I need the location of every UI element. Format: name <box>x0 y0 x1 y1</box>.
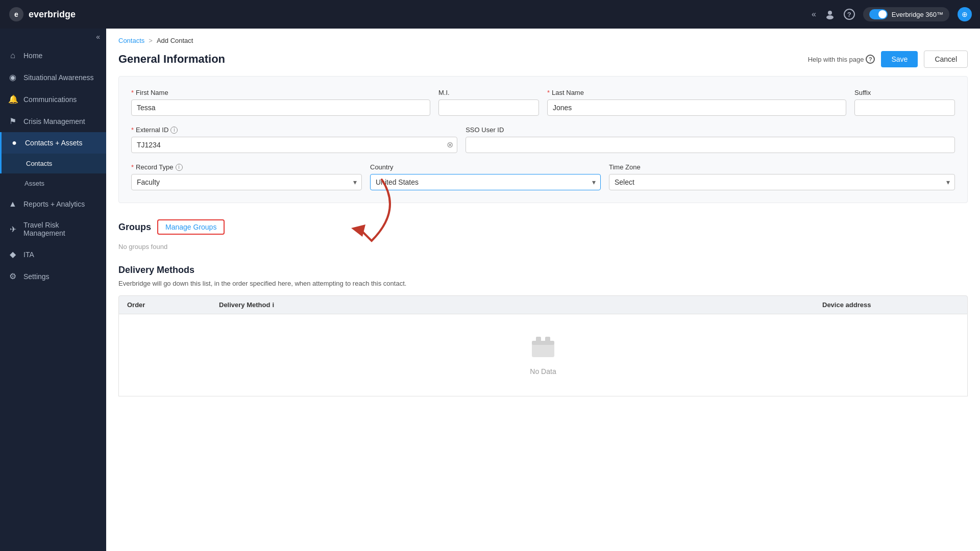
delivery-table-header: Order Delivery Method i Device address <box>118 295 968 314</box>
user-profile-icon[interactable] <box>824 9 836 20</box>
last-name-label: * Last Name <box>547 89 846 96</box>
external-id-input[interactable] <box>131 137 457 153</box>
country-select-wrapper: United States Canada United Kingdom <box>370 174 601 190</box>
sidebar-item-contacts-assets-label: Contacts + Assets <box>25 139 82 147</box>
breadcrumb-contacts-link[interactable]: Contacts <box>118 37 144 44</box>
first-name-input[interactable] <box>131 99 430 116</box>
topbar: e everbridge « ? Everbridge 360™ ⊕ <box>0 0 980 29</box>
svg-text:e: e <box>14 10 18 18</box>
external-id-clear-button[interactable]: ⊗ <box>447 141 453 149</box>
country-label: Country <box>370 163 601 171</box>
delivery-col-address: Device address <box>814 296 967 314</box>
first-name-group: * First Name <box>131 89 430 116</box>
help-link-icon: ? <box>866 55 875 64</box>
record-type-info-icon[interactable]: i <box>176 164 183 171</box>
timezone-select-wrapper: Select <box>609 174 955 190</box>
delivery-description: Everbridge will go down this list, in th… <box>118 280 968 287</box>
page-header: General Information Help with this page … <box>106 48 980 76</box>
everbridge360-toggle[interactable] <box>869 9 888 19</box>
external-id-label: * External ID i <box>131 126 457 134</box>
sidebar-item-reports-analytics[interactable]: ▲ Reports + Analytics <box>0 193 106 215</box>
record-type-group: * Record Type i Faculty Staff Student <box>131 163 362 190</box>
sidebar-item-communications[interactable]: 🔔 Communications <box>0 88 106 110</box>
record-type-select[interactable]: Faculty Staff Student <box>131 174 362 190</box>
sidebar-item-situational-awareness-label: Situational Awareness <box>23 73 94 82</box>
sidebar-item-ita-label: ITA <box>23 251 34 259</box>
content-area: Contacts > Add Contact General Informati… <box>106 29 980 551</box>
no-data-area: No Data <box>118 314 968 396</box>
sso-id-group: SSO User ID <box>465 126 955 153</box>
country-select[interactable]: United States Canada United Kingdom <box>370 174 601 190</box>
sidebar-item-contacts-assets[interactable]: ● Contacts + Assets <box>0 132 106 154</box>
sidebar-item-settings-label: Settings <box>23 272 50 281</box>
toggle-label: Everbridge 360™ <box>892 11 943 18</box>
sidebar-item-reports-analytics-label: Reports + Analytics <box>23 200 85 208</box>
external-id-info-icon[interactable]: i <box>170 127 178 134</box>
delivery-col-order: Order <box>119 296 211 314</box>
sidebar-item-travel-risk-label: Travel Risk Management <box>23 221 98 237</box>
timezone-group: Time Zone Select <box>609 163 955 190</box>
sidebar-item-crisis-management[interactable]: ⚑ Crisis Management <box>0 110 106 132</box>
no-data-text: No Data <box>530 367 556 375</box>
delivery-method-info-icon[interactable]: i <box>272 301 274 309</box>
sidebar-item-assets-label: Assets <box>24 180 44 187</box>
communications-icon: 🔔 <box>8 94 17 104</box>
page-header-right: Help with this page ? Save Cancel <box>808 51 968 68</box>
situational-awareness-icon: ◉ <box>8 72 17 82</box>
groups-header: Groups Manage Groups <box>118 219 968 235</box>
name-row: * First Name M.I. * Last Name <box>131 89 955 116</box>
crisis-management-icon: ⚑ <box>8 116 17 126</box>
svg-rect-6 <box>532 341 554 345</box>
sidebar-collapse-button[interactable]: « <box>0 29 106 45</box>
mi-input[interactable] <box>438 99 539 116</box>
timezone-select[interactable]: Select <box>609 174 955 190</box>
suffix-input[interactable] <box>854 99 955 116</box>
groups-section: Groups Manage Groups No groups found <box>106 215 980 257</box>
sidebar-item-settings[interactable]: ⚙ Settings <box>0 265 106 287</box>
everbridge-logo-icon: e <box>8 6 24 22</box>
svg-point-3 <box>826 15 834 19</box>
sidebar-item-situational-awareness[interactable]: ◉ Situational Awareness <box>0 66 106 88</box>
help-icon[interactable]: ? <box>844 9 855 20</box>
no-groups-text: No groups found <box>118 241 968 253</box>
sidebar-item-travel-risk[interactable]: ✈ Travel Risk Management <box>0 215 106 243</box>
main-layout: « ⌂ Home ◉ Situational Awareness 🔔 Commu… <box>0 29 980 551</box>
id-row: * External ID i ⊗ SSO User ID <box>131 126 955 153</box>
contacts-assets-icon: ● <box>10 138 19 147</box>
country-group: Country United States Canada United King… <box>370 163 601 190</box>
svg-point-2 <box>828 11 832 15</box>
cancel-button[interactable]: Cancel <box>924 51 968 68</box>
app-switcher-icon[interactable]: ⊕ <box>958 7 972 21</box>
collapse-sidebar-button[interactable]: « <box>812 10 816 19</box>
svg-rect-8 <box>545 337 550 343</box>
page-title: General Information <box>118 53 225 66</box>
sidebar-item-communications-label: Communications <box>23 95 77 104</box>
travel-risk-icon: ✈ <box>8 224 17 234</box>
sso-id-label: SSO User ID <box>465 126 955 134</box>
topbar-right: « ? Everbridge 360™ ⊕ <box>812 7 972 21</box>
groups-title: Groups <box>118 222 151 233</box>
sidebar-item-assets[interactable]: Assets <box>0 173 106 193</box>
breadcrumb: Contacts > Add Contact <box>106 29 980 48</box>
external-id-group: * External ID i ⊗ <box>131 126 457 153</box>
sso-id-input[interactable] <box>465 137 955 153</box>
sidebar-item-contacts[interactable]: Contacts <box>0 154 106 173</box>
logo-text: everbridge <box>29 9 76 20</box>
suffix-label: Suffix <box>854 89 955 96</box>
mi-label: M.I. <box>438 89 539 96</box>
sidebar-item-home-label: Home <box>23 52 42 60</box>
sidebar-item-ita[interactable]: ◆ ITA <box>0 243 106 265</box>
home-icon: ⌂ <box>8 51 17 60</box>
delivery-title: Delivery Methods <box>118 265 968 276</box>
sidebar-item-home[interactable]: ⌂ Home <box>0 45 106 66</box>
reports-analytics-icon: ▲ <box>8 199 17 209</box>
mi-group: M.I. <box>438 89 539 116</box>
save-button[interactable]: Save <box>881 51 918 67</box>
last-name-input[interactable] <box>547 99 846 116</box>
help-link[interactable]: Help with this page ? <box>808 55 875 64</box>
sidebar-item-contacts-label: Contacts <box>26 160 52 167</box>
breadcrumb-separator: > <box>149 37 153 44</box>
manage-groups-button[interactable]: Manage Groups <box>157 219 225 235</box>
toggle-area[interactable]: Everbridge 360™ <box>863 7 949 21</box>
suffix-group: Suffix <box>854 89 955 116</box>
